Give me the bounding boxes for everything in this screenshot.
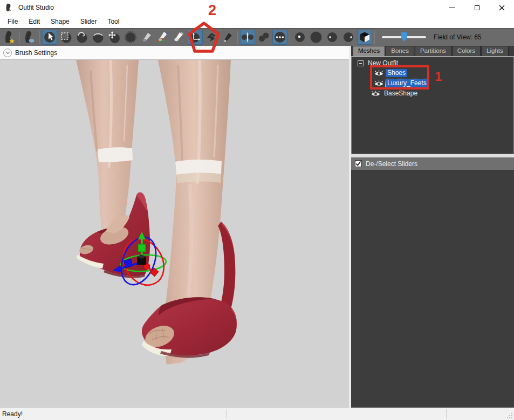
select-tool-button[interactable] — [42, 30, 57, 45]
minimize-icon — [449, 8, 455, 8]
tab-lights[interactable]: Lights — [481, 46, 509, 56]
eye-visible-icon — [374, 70, 383, 77]
menu-slider[interactable]: Slider — [75, 16, 102, 27]
title-bar: Outfit Studio — [0, 0, 514, 15]
edit-connected-button[interactable] — [256, 30, 271, 45]
new-project-button[interactable] — [2, 30, 17, 45]
mirror-x-icon — [241, 31, 254, 44]
sliders-toggle-bar: De-/Select Sliders — [351, 157, 514, 170]
brush-size-small-button[interactable] — [292, 30, 307, 45]
transform-tool-button[interactable] — [188, 30, 203, 45]
chevron-down-icon[interactable] — [3, 49, 12, 57]
toolbar-separator — [374, 31, 375, 44]
brush-settings-label: Brush Settings — [15, 49, 57, 57]
left-ankle-band — [98, 147, 133, 162]
smooth-brush-icon — [124, 31, 137, 44]
fov-label: Field of View: 65 — [434, 33, 482, 41]
close-icon — [499, 5, 505, 11]
deselect-sliders-checkbox[interactable] — [355, 160, 362, 167]
menu-edit[interactable]: Edit — [23, 16, 45, 27]
move-brush-button[interactable] — [107, 30, 122, 45]
weight-brush-button[interactable] — [139, 30, 154, 45]
viewport-scene — [0, 60, 349, 408]
deselect-sliders-label: De-/Select Sliders — [366, 160, 417, 168]
new-project-icon — [3, 31, 16, 44]
tab-colors[interactable]: Colors — [452, 46, 481, 56]
close-button[interactable] — [489, 0, 514, 15]
brush-size-large-icon — [310, 31, 323, 44]
menu-bar: File Edit Shape Slider Tool — [0, 15, 514, 28]
tree-root-new-outfit[interactable]: New Outfit — [352, 58, 513, 68]
mask-brush-icon — [59, 31, 72, 44]
brush-strength-high-button[interactable] — [341, 30, 356, 45]
sliders-panel — [351, 170, 514, 408]
brush-size-small-icon — [293, 31, 306, 44]
perspective-toggle-button[interactable] — [357, 30, 372, 45]
edit-connected-icon — [257, 31, 270, 44]
brush-strength-low-button[interactable] — [325, 30, 340, 45]
brush-strength-low-icon — [326, 31, 339, 44]
tree-root-label: New Outfit — [368, 59, 398, 67]
eye-visible-icon — [374, 80, 383, 87]
maximize-icon — [475, 5, 479, 10]
load-project-button[interactable] — [22, 30, 37, 45]
toolbar-separator — [19, 31, 20, 44]
deflate-brush-button[interactable] — [91, 30, 106, 45]
tree-item-label: BaseShape — [382, 89, 419, 98]
brush-strength-high-icon — [342, 31, 355, 44]
toolbar-separator — [290, 31, 290, 44]
status-bar: Ready! — [0, 408, 514, 420]
tab-bones[interactable]: Bones — [386, 46, 414, 56]
smooth-brush-button[interactable] — [123, 30, 138, 45]
brush-settings-bar[interactable]: Brush Settings — [0, 46, 349, 60]
tree-item-shoes[interactable]: Shoes — [352, 68, 513, 78]
transform-tool-icon — [189, 31, 202, 44]
app-icon — [5, 3, 13, 12]
tree-item-baseshape[interactable]: BaseShape — [352, 88, 513, 99]
inflate-brush-icon — [76, 31, 88, 44]
vertex-edit-icon — [221, 31, 234, 44]
mirror-x-button[interactable] — [240, 30, 255, 45]
global-brush-icon — [273, 31, 286, 44]
alpha-brush-button[interactable] — [172, 30, 187, 45]
load-project-icon — [23, 31, 36, 44]
pivot-tool-button[interactable] — [204, 30, 219, 45]
select-tool-icon — [43, 31, 56, 44]
inflate-brush-button[interactable] — [74, 30, 90, 45]
right-panel-tabs: Meshes Bones Partitions Colors Lights — [351, 46, 514, 56]
toolbar: Field of View: 65 — [0, 28, 514, 46]
menu-file[interactable]: File — [2, 16, 23, 27]
menu-tool[interactable]: Tool — [102, 16, 125, 27]
status-divider — [226, 409, 227, 419]
mask-brush-button[interactable] — [58, 30, 73, 45]
vertex-edit-button[interactable] — [220, 30, 235, 45]
move-brush-icon — [108, 31, 121, 44]
global-brush-button[interactable] — [272, 30, 287, 45]
menu-shape[interactable]: Shape — [45, 16, 75, 27]
minimize-button[interactable] — [440, 0, 464, 15]
tab-meshes[interactable]: Meshes — [353, 46, 385, 56]
resize-grip[interactable] — [506, 412, 513, 419]
tab-partitions[interactable]: Partitions — [415, 46, 451, 56]
fov-slider[interactable] — [382, 36, 426, 38]
fov-slider-group: Field of View: 65 — [382, 33, 482, 41]
brush-size-large-button[interactable] — [309, 30, 324, 45]
maximize-button[interactable] — [464, 0, 489, 15]
fov-slider-handle[interactable] — [401, 32, 407, 42]
toolbar-separator — [237, 31, 238, 44]
perspective-toggle-icon — [358, 31, 371, 44]
eye-visible-icon — [371, 91, 380, 97]
pivot-tool-icon — [205, 31, 218, 44]
weight-brush-icon — [140, 31, 153, 44]
tree-item-label: Luxury_Feets — [386, 79, 428, 87]
alpha-brush-icon — [173, 31, 186, 44]
collapse-icon[interactable] — [358, 60, 364, 66]
toolbar-separator — [39, 31, 40, 44]
window-title: Outfit Studio — [18, 4, 54, 11]
viewport-3d[interactable] — [0, 60, 349, 408]
tree-item-luxury-feets[interactable]: Luxury_Feets — [352, 78, 513, 88]
meshes-tree: New Outfit Shoes Luxury_Feets — [351, 56, 514, 154]
color-brush-button[interactable] — [155, 30, 170, 45]
color-brush-icon — [156, 31, 169, 44]
status-divider — [446, 409, 447, 419]
